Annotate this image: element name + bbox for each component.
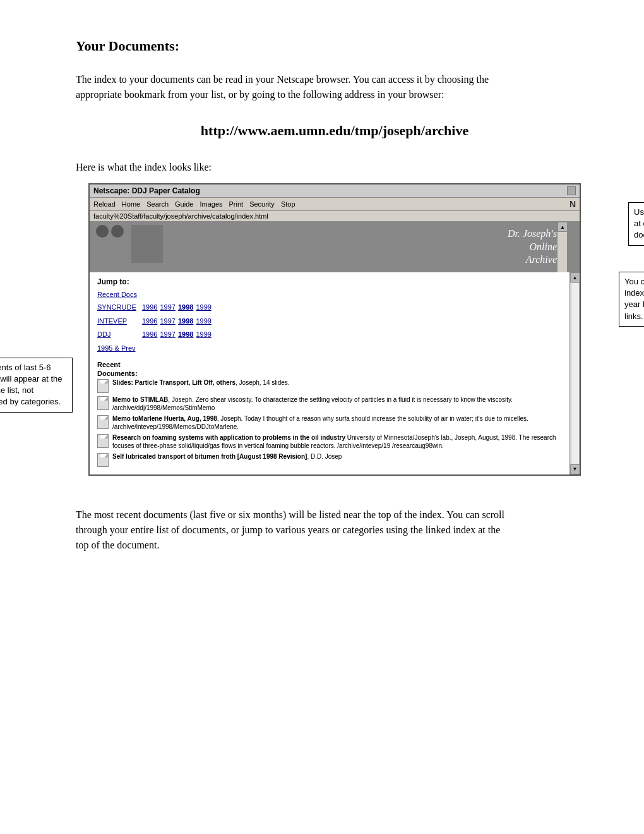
banner-shape-1 [96, 225, 109, 238]
index-row-syncrude: SYNCRUDE 1996 1997 1998 1999 [97, 301, 562, 314]
doc-icon-2 [97, 396, 109, 410]
doc-text-5: Self lubricated transport of bitumen fro… [112, 452, 342, 461]
doc-item-1: Slides: Particle Transport, Lift Off, ot… [97, 378, 562, 393]
intevep-years: 1996 1997 1998 1999 [142, 315, 212, 328]
scrollbar-track [571, 282, 580, 464]
ddj-years: 1996 1997 1998 1999 [142, 329, 212, 341]
browser-main-content: Jump to: Recent Docs SYNCRUDE 1996 [90, 272, 569, 474]
index-row-intevep: INTEVEP 1996 1997 1998 1999 [97, 315, 562, 328]
recent-section: Recent Documents: [97, 360, 562, 378]
scrollbar-down: ▼ [570, 464, 580, 474]
toolbar-search: Search [146, 200, 169, 208]
jump-to-label: Jump to: [97, 277, 562, 286]
banner-shapes [96, 225, 163, 263]
index-links: Recent Docs SYNCRUDE 1996 1997 1998 1999 [97, 289, 562, 355]
browser-close-btn [567, 186, 576, 195]
page-title: Your Documents: [76, 38, 593, 54]
intro-paragraph: The index to your documents can be read … [76, 72, 505, 102]
scrollbar-up: ▲ [570, 272, 580, 282]
callout-documents: Documents of last 5-6 months will appear… [0, 358, 73, 413]
banner-text: Dr. Joseph'sOnlineArchive [508, 227, 557, 267]
browser-logo: N [569, 199, 576, 209]
browser-screenshot: Netscape: DDJ Paper Catalog Reload Home … [88, 183, 581, 476]
prev-link-row: 1995 & Prev [97, 342, 562, 355]
browser-toolbar: Reload Home Search Guide Images Print Se… [90, 198, 580, 211]
browser-address: faculty%20Staff/faculty/joseph/archive/c… [93, 212, 268, 220]
doc-item-3: Memo toMarlene Huerta, Aug, 1998, Joseph… [97, 414, 562, 431]
doc-item-4: Research on foaming systems with applica… [97, 433, 562, 450]
doc-icon-1 [97, 379, 109, 393]
doc-icon-3 [97, 415, 109, 429]
toolbar-images: Images [200, 200, 222, 208]
footer-paragraph: The most recent documents (last five or … [76, 507, 505, 553]
recent-docs-link: Recent Docs [97, 289, 562, 301]
doc-list: Slides: Particle Transport, Lift Off, ot… [97, 378, 562, 467]
toolbar-guide: Guide [175, 200, 193, 208]
banner-person-image [131, 225, 163, 263]
index-label: Here is what the index looks like: [76, 162, 593, 173]
callout-jump: You can jump in the index by category an… [619, 272, 644, 327]
doc-icon-4 [97, 434, 109, 448]
callout-scrollbar: Use the scrollbar to look at entire list… [628, 202, 644, 246]
doc-item-5: Self lubricated transport of bitumen fro… [97, 452, 562, 467]
toolbar-reload: Reload [93, 200, 116, 208]
toolbar-security: Security [249, 200, 275, 208]
scroll-up-btn: ▲ [558, 222, 568, 232]
browser-content: Dr. Joseph'sOnlineArchive ▲ Jump to: Rec… [90, 222, 580, 474]
doc-icon-5 [97, 453, 109, 467]
doc-text-2: Memo to STIMLAB, Joseph. Zero shear visc… [112, 396, 562, 412]
doc-text-1: Slides: Particle Transport, Lift Off, ot… [112, 378, 290, 387]
toolbar-print: Print [229, 200, 244, 208]
banner-shape-2 [111, 225, 124, 238]
toolbar-stop: Stop [281, 200, 295, 208]
doc-text-3: Memo toMarlene Huerta, Aug, 1998, Joseph… [112, 414, 562, 431]
browser-title: Netscape: DDJ Paper Catalog [93, 186, 200, 195]
callout-jump-text: You can jump in the index by category an… [624, 277, 644, 321]
toolbar-home: Home [122, 200, 140, 208]
callout-scrollbar-text: Use the scrollbar to look at entire list… [634, 207, 644, 239]
doc-item-2: Memo to STIMLAB, Joseph. Zero shear visc… [97, 396, 562, 412]
browser-scrollbar: ▲ ▼ [569, 272, 580, 474]
doc-text-4: Research on foaming systems with applica… [112, 433, 562, 450]
recent-docs-header: Recent Documents: [97, 360, 138, 378]
syncrude-years: 1996 1997 1998 1999 [142, 301, 212, 314]
browser-addressbar: faculty%20Staff/faculty/joseph/archive/c… [90, 211, 580, 222]
callout-docs-text: Documents of last 5-6 months will appear… [0, 363, 63, 407]
archive-banner: Dr. Joseph'sOnlineArchive ▲ [90, 222, 580, 272]
browser-content-inner: Jump to: Recent Docs SYNCRUDE 1996 [90, 272, 580, 474]
banner-scrollbar: ▲ [557, 222, 567, 272]
url-display: http://www.aem.umn.edu/tmp/joseph/archiv… [76, 123, 593, 139]
index-row-ddj: DDJ 1996 1997 1998 1999 [97, 329, 562, 341]
browser-titlebar: Netscape: DDJ Paper Catalog [90, 184, 580, 198]
